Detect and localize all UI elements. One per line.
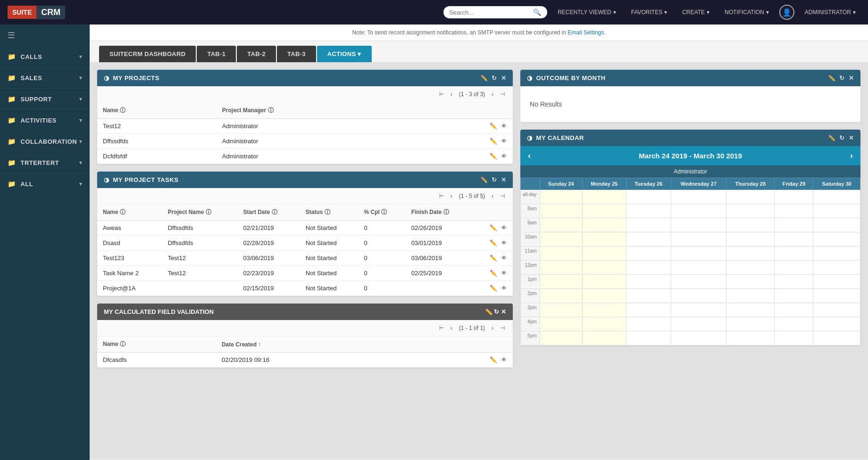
- tab-suitecrm-dashboard[interactable]: SUITECRM DASHBOARD: [99, 46, 196, 62]
- refresh-icon[interactable]: ↻: [492, 176, 497, 183]
- edit-row-icon[interactable]: ✏️: [490, 270, 497, 277]
- next-page-icon[interactable]: ›: [489, 324, 496, 332]
- prev-page-icon[interactable]: ‹: [448, 324, 455, 332]
- edit-row-icon[interactable]: ✏️: [490, 123, 497, 130]
- view-row-icon[interactable]: 👁: [501, 285, 507, 292]
- folder-icon: 📁: [8, 116, 16, 124]
- view-row-icon[interactable]: 👁: [501, 153, 507, 160]
- view-row-icon[interactable]: 👁: [501, 255, 507, 262]
- first-page-icon[interactable]: ⊢: [437, 324, 446, 332]
- sidebar-item-trtertert[interactable]: 📁 TRTERTERT ▾: [0, 152, 90, 173]
- sidebar-item-sales[interactable]: 📁 SALES ▾: [0, 67, 90, 89]
- view-row-icon[interactable]: 👁: [501, 224, 507, 231]
- first-page-icon[interactable]: ⊢: [437, 192, 446, 200]
- close-icon[interactable]: ✕: [501, 308, 506, 315]
- edit-row-icon[interactable]: ✏️: [490, 224, 497, 231]
- logo-crm: CRM: [36, 6, 65, 19]
- last-page-icon[interactable]: ⊣: [498, 90, 507, 99]
- refresh-icon[interactable]: ↻: [494, 308, 499, 315]
- calendar-time-row: 3pm: [521, 303, 860, 317]
- chevron-down-icon: ▾: [79, 54, 83, 60]
- prev-week-icon[interactable]: ‹: [528, 151, 531, 161]
- cpl: 0: [359, 221, 406, 236]
- refresh-icon[interactable]: ↻: [839, 74, 845, 82]
- close-icon[interactable]: ✕: [501, 176, 507, 183]
- next-week-icon[interactable]: ›: [850, 151, 853, 161]
- view-row-icon[interactable]: 👁: [501, 270, 507, 277]
- cal-col-sat: Saturday 30: [813, 178, 860, 190]
- notification-button[interactable]: NOTIFICATION ▾: [720, 6, 774, 18]
- tab-2[interactable]: TAB-2: [237, 46, 276, 62]
- status: Not Started: [300, 281, 359, 296]
- tab-3[interactable]: TAB-3: [277, 46, 316, 62]
- recently-viewed-button[interactable]: RECENTLY VIEWED ▾: [553, 6, 621, 18]
- col-status: Status ⓘ: [300, 205, 359, 221]
- chevron-down-icon: ▾: [79, 181, 83, 187]
- sidebar-item-activities[interactable]: 📁 ACTIVITIES ▾: [0, 110, 90, 131]
- avatar[interactable]: 👤: [779, 5, 794, 20]
- prev-page-icon[interactable]: ‹: [448, 90, 455, 99]
- edit-icon[interactable]: ✏️: [480, 176, 488, 183]
- my-calculated-pagination: ⊢ ‹ (1 - 1 of 1) › ⊣: [97, 320, 513, 337]
- time-label: 2pm: [521, 289, 540, 303]
- tabs-bar: SUITECRM DASHBOARD TAB-1 TAB-2 TAB-3 ACT…: [90, 41, 868, 62]
- my-projects-header: ◑ MY PROJECTS ✏️ ↻ ✕: [97, 70, 513, 86]
- pie-chart-icon: ◑: [527, 74, 533, 82]
- edit-icon[interactable]: ✏️: [480, 74, 488, 82]
- last-page-icon[interactable]: ⊣: [498, 324, 507, 332]
- edit-row-icon[interactable]: ✏️: [490, 255, 497, 262]
- finish-date: 03/01/2019: [406, 236, 473, 251]
- task-name: Project@1A: [97, 281, 162, 296]
- close-icon[interactable]: ✕: [501, 74, 507, 82]
- start-date: 02/23/2019: [238, 266, 300, 281]
- next-page-icon[interactable]: ›: [489, 192, 496, 200]
- sidebar-item-collaboration[interactable]: 📁 COLLABORATION ▾: [0, 131, 90, 152]
- edit-row-icon[interactable]: ✏️: [490, 285, 497, 292]
- logo-suite: SUITE: [8, 6, 36, 19]
- last-page-icon[interactable]: ⊣: [498, 192, 507, 200]
- chevron-down-icon: ▾: [707, 9, 709, 16]
- start-date: 02/28/2019: [238, 236, 300, 251]
- edit-row-icon[interactable]: ✏️: [490, 138, 497, 145]
- view-row-icon[interactable]: 👁: [501, 239, 507, 246]
- sidebar-item-all[interactable]: 📁 ALL ▾: [0, 173, 90, 195]
- hamburger-menu-icon[interactable]: ☰: [0, 25, 90, 46]
- edit-icon[interactable]: ✏️: [485, 308, 492, 315]
- edit-row-icon[interactable]: ✏️: [490, 153, 497, 160]
- close-icon[interactable]: ✕: [849, 74, 854, 82]
- refresh-icon[interactable]: ↻: [492, 74, 497, 82]
- sidebar-item-support[interactable]: 📁 SUPPORT ▾: [0, 89, 90, 110]
- edit-row-icon[interactable]: ✏️: [490, 239, 497, 246]
- prev-page-icon[interactable]: ‹: [448, 192, 455, 200]
- edit-row-icon[interactable]: ✏️: [490, 356, 497, 363]
- administrator-button[interactable]: ADMINISTRATOR ▾: [800, 6, 860, 18]
- finish-date: [406, 281, 473, 296]
- chevron-down-icon: ▾: [664, 9, 667, 16]
- project-name: Dffssdfds: [162, 236, 238, 251]
- dashboard: ◑ MY PROJECTS ✏️ ↻ ✕ ⊢ ‹ (1 - 3 of 3) › …: [90, 62, 868, 458]
- next-page-icon[interactable]: ›: [489, 90, 496, 99]
- close-icon[interactable]: ✕: [849, 134, 854, 141]
- create-button[interactable]: CREATE ▾: [677, 6, 714, 18]
- refresh-icon[interactable]: ↻: [839, 134, 845, 141]
- view-row-icon[interactable]: 👁: [501, 138, 507, 145]
- tab-1[interactable]: TAB-1: [197, 46, 236, 62]
- finish-date: 02/26/2019: [406, 221, 473, 236]
- tab-actions[interactable]: ACTIONS ▾: [317, 46, 372, 62]
- edit-icon[interactable]: ✏️: [828, 134, 836, 141]
- view-row-icon[interactable]: 👁: [501, 123, 507, 130]
- logo[interactable]: SUITE CRM: [8, 6, 65, 19]
- col-name: Name ⓘ: [97, 337, 216, 353]
- sidebar-item-calls[interactable]: 📁 CALLS ▾: [0, 46, 90, 67]
- search-input[interactable]: [449, 9, 529, 16]
- col-name: Name ⓘ: [97, 103, 217, 119]
- chevron-down-icon: ▾: [853, 9, 856, 16]
- favorites-button[interactable]: FAVORITES ▾: [626, 6, 672, 18]
- chevron-down-icon: ▾: [613, 9, 616, 16]
- first-page-icon[interactable]: ⊢: [437, 90, 446, 99]
- view-row-icon[interactable]: 👁: [501, 356, 507, 363]
- search-box[interactable]: 🔍: [443, 6, 547, 18]
- email-settings-link[interactable]: Email Settings.: [568, 29, 606, 36]
- col-project-name: Project Name ⓘ: [162, 205, 238, 221]
- edit-icon[interactable]: ✏️: [828, 74, 836, 82]
